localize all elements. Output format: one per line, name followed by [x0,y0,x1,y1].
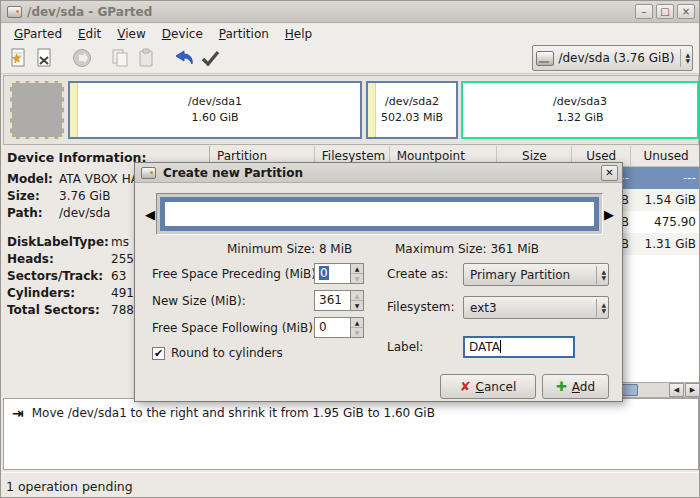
create-as-label: Create as: [387,267,448,281]
cell-unused: --- [633,167,699,189]
cell-unused: 475.90 MiB [633,211,699,233]
col-unused[interactable]: Unused [631,146,700,166]
dropdown-arrows-icon: ▲▼ [596,266,606,284]
di-label: Total Sectors: [7,302,111,319]
delete-partition-icon[interactable] [31,45,57,71]
gparted-app-icon [7,6,22,18]
round-to-cylinders-label: Round to cylinders [171,346,283,360]
filesystem-label: Filesystem: [387,300,455,314]
spin-up-icon[interactable]: ▲ [351,264,363,274]
cancel-x-icon: ✘ [460,379,471,394]
partition-size: 502.03 MiB [381,110,443,126]
partition-box-sda2[interactable]: /dev/sda2 502.03 MiB [366,81,458,139]
spin-down-icon[interactable]: ▼ [351,301,363,310]
menu-view[interactable]: View [110,26,152,42]
resize-move-icon[interactable] [69,45,95,71]
partition-box-sda1[interactable]: /dev/sda1 1.60 GiB [68,81,362,139]
close-button[interactable]: × [677,4,695,19]
di-value: 3.76 GiB [59,188,110,205]
used-space-strip [70,83,78,137]
di-label: Model: [7,171,59,188]
window-titlebar: /dev/sda - GParted – □ × [1,1,699,23]
partition-box-sda3[interactable]: /dev/sda3 1.32 GiB [461,81,699,139]
partition-name: /dev/sda3 [553,94,607,110]
used-space-strip [368,83,376,137]
spin-down-icon[interactable]: ▼ [351,274,363,283]
move-right-icon: ⇥ [12,405,24,421]
menu-device[interactable]: Device [155,26,210,42]
add-plus-icon: ✚ [556,379,567,394]
cancel-button[interactable]: ✘ Cancel [440,374,536,399]
paste-icon[interactable] [133,45,159,71]
di-value: 255 [111,251,134,268]
partition-visual-panel: /dev/sda1 1.60 GiB /dev/sda2 502.03 MiB … [3,75,699,145]
partition-name: /dev/sda1 [188,94,242,110]
partition-size-slider[interactable]: ◀ ▶ [144,193,615,235]
di-label: Path: [7,205,59,222]
undo-icon[interactable] [171,45,197,71]
scroll-left-icon[interactable]: ◀ [669,383,684,397]
operation-item: ⇥ Move /dev/sda1 to the right and shrink… [4,399,698,427]
cell-unused: 1.31 GiB [633,233,699,255]
device-selector[interactable]: /dev/sda (3.76 GiB) ▲▼ [532,45,693,71]
menu-gparted[interactable]: GParted [7,26,69,42]
create-as-dropdown[interactable]: Primary Partition ▲▼ [463,263,609,286]
new-size-spinner[interactable]: 361 ▲▼ [314,290,364,311]
label-input[interactable]: DATA [463,336,575,358]
new-partition-icon[interactable] [5,45,31,71]
checkbox-check-icon[interactable]: ✔ [152,347,165,360]
free-space-following-label: Free Space Following (MiB): [152,321,317,335]
menubar: GParted Edit View Device Partition Help [1,24,699,43]
di-label: DiskLabelType: [7,234,111,251]
gparted-window: /dev/sda - GParted – □ × GParted Edit Vi… [0,0,700,498]
maximum-size-label: Maximum Size: 361 MiB [395,242,539,256]
scroll-right-icon[interactable]: ▶ [685,383,700,397]
di-value: 63 [111,268,126,285]
copy-icon[interactable] [107,45,133,71]
slider-left-icon[interactable]: ◀ [144,207,156,222]
menu-edit[interactable]: Edit [71,26,108,42]
maximize-button[interactable]: □ [656,4,674,19]
spin-up-icon[interactable]: ▲ [351,291,363,301]
di-value: ATA VBOX HA [59,171,139,188]
di-label: Sectors/Track: [7,268,111,285]
slider-frame [156,193,603,235]
window-title: /dev/sda - GParted [27,5,635,19]
cancel-button-label: Cancel [476,380,517,394]
menu-partition[interactable]: Partition [212,26,276,42]
free-space-preceding-spinner[interactable]: 0 ▲▼ [314,263,364,284]
toolbar: /dev/sda (3.76 GiB) ▲▼ [1,43,699,74]
di-value: 788 [111,302,134,319]
dialog-close-icon[interactable]: ✕ [601,165,618,181]
label-field-label: Label: [387,340,423,354]
apply-icon[interactable] [197,45,223,71]
spin-up-icon[interactable]: ▲ [351,318,363,328]
minimize-button[interactable]: – [635,4,653,19]
free-space-preceding-label: Free Space Preceding (MiB): [152,267,320,281]
unallocated-block[interactable] [10,81,64,139]
add-button[interactable]: ✚ Add [542,374,609,399]
spin-down-icon[interactable]: ▼ [351,328,363,337]
dropdown-arrows-icon: ▲▼ [596,299,606,317]
dialog-title: Create new Partition [163,166,601,180]
text-caret [500,340,501,353]
free-space-following-spinner[interactable]: 0 ▲▼ [314,317,364,338]
gparted-app-icon [141,167,156,179]
menu-help[interactable]: Help [278,26,319,42]
di-label: Cylinders: [7,285,111,302]
partition-size: 1.32 GiB [556,110,603,126]
device-selector-value: /dev/sda (3.76 GiB) [558,51,680,65]
statusbar: 1 operation pending [1,472,700,498]
slider-right-icon[interactable]: ▶ [603,207,615,222]
cell-unused: 1.54 GiB [633,189,699,211]
pending-operations-panel: ⇥ Move /dev/sda1 to the right and shrink… [3,398,699,470]
drive-icon [536,51,554,66]
di-value: ms [111,234,129,251]
di-value: /dev/sda [59,205,110,222]
di-label: Heads: [7,251,111,268]
device-selector-arrows: ▲▼ [680,49,690,67]
add-button-label: Add [572,380,595,394]
slider-partition-bar[interactable] [160,197,599,231]
filesystem-dropdown[interactable]: ext3 ▲▼ [463,296,609,319]
round-to-cylinders-checkbox[interactable]: ✔ Round to cylinders [152,346,283,360]
